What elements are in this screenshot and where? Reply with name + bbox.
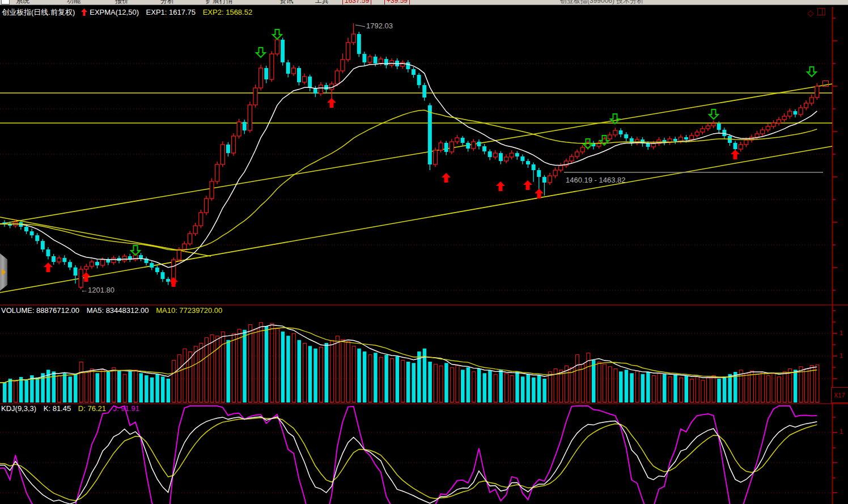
axis-label-partial: 1 xyxy=(839,428,843,435)
kdj-j-value: J: 91.91 xyxy=(113,404,139,413)
volume-value: VOLUME: 88876712.00 xyxy=(1,306,79,315)
sidebar-collapse-handle[interactable] xyxy=(0,253,7,291)
gap-price-label: 1460.19 - 1463.82 xyxy=(566,176,626,184)
volume-bars xyxy=(3,323,819,403)
right-axis xyxy=(832,7,837,504)
volume-ma5-value: MA5: 83448312.00 xyxy=(87,306,149,315)
trading-terminal: 系统功能报价分析扩展行情资讯工具1637.59+39.59创业板指(399006… xyxy=(0,0,848,504)
window-icon[interactable] xyxy=(817,8,825,15)
axis-label-partial: 1 xyxy=(839,329,843,336)
peak-price-label: 1792.03 xyxy=(366,22,393,30)
indicator-label: EXPMA(12,50) xyxy=(90,8,139,16)
kdj-k-value: K: 81.45 xyxy=(44,404,71,413)
chart-canvas[interactable] xyxy=(0,0,848,504)
expand-arrow-icon xyxy=(2,269,6,276)
symbol-title: 创业板指(日线.前复权) xyxy=(2,8,75,16)
kdj-j-line xyxy=(0,406,817,504)
x-zoom-indicator: X17 xyxy=(831,387,848,403)
diamond-icon[interactable]: ◇ xyxy=(807,8,814,18)
last-price-marker xyxy=(822,81,829,87)
kdj-label: KDJ(9,3,3) xyxy=(1,404,36,413)
exp1-line xyxy=(0,63,817,268)
exp2-value: EXP2: 1568.52 xyxy=(203,8,252,16)
kdj-k-line xyxy=(0,417,817,504)
kdj-d-value: D: 76.21 xyxy=(78,404,106,413)
volume-ma10-value: MA10: 77239720.00 xyxy=(156,306,222,315)
trough-price-label: ←1201.80 xyxy=(80,286,115,294)
volume-header: VOLUME: 88876712.00 MA5: 83448312.00 MA1… xyxy=(1,306,227,315)
trendlines-and-alert-lines xyxy=(0,25,832,293)
red-up-arrow-icon xyxy=(81,9,87,18)
main-chart-header: 创业板指(日线.前复权)EXPMA(12,50) EXP1: 1617.75 E… xyxy=(2,7,257,18)
kdj-header: KDJ(9,3,3) K: 81.45 D: 76.21 J: 91.91 xyxy=(1,404,145,413)
exp2-line xyxy=(0,110,817,250)
kdj-d-line xyxy=(0,418,817,501)
axis-label-partial: 1 xyxy=(839,352,843,359)
chart-corner-icons: ◇ xyxy=(807,8,825,18)
exp1-value: EXP1: 1617.75 xyxy=(146,8,196,16)
candlesticks xyxy=(3,23,819,289)
